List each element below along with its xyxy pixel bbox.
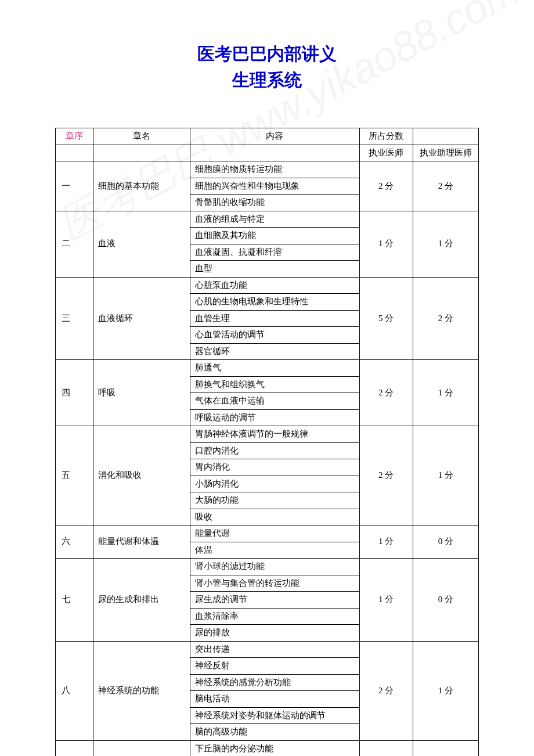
header-seq: 章序 <box>56 128 93 145</box>
score-assistant: 1 分 <box>413 641 478 740</box>
chapter-seq: 八 <box>56 641 93 740</box>
score-physician: 1 分 <box>359 525 413 559</box>
table-row: 三血液循环心脏泵血功能5 分2 分 <box>56 277 479 294</box>
score-physician: 2 分 <box>359 641 413 740</box>
content-item: 血型 <box>190 261 360 278</box>
content-item: 血细胞及其功能 <box>190 228 360 244</box>
content-item: 肺通气 <box>190 360 360 377</box>
content-item: 神经系统对姿势和躯体运动的调节 <box>190 707 360 724</box>
content-item: 肾小管与集合管的转运功能 <box>190 575 360 592</box>
header-content: 内容 <box>190 128 360 145</box>
content-item: 肾小球的滤过功能 <box>190 559 360 575</box>
content-item: 血液凝固、抗凝和纤溶 <box>190 244 360 261</box>
page-title-block: 医考巴巴内部讲义 生理系统 <box>55 41 479 93</box>
score-assistant: 1 分 <box>413 360 478 426</box>
score-physician: 2 分 <box>359 360 413 426</box>
content-item: 器官循环 <box>190 343 360 360</box>
score-physician: 2 分 <box>359 161 413 211</box>
header-score: 所占分数 <box>359 128 413 145</box>
title-line-1: 医考巴巴内部讲义 <box>55 41 479 67</box>
chapter-name: 血液 <box>93 211 190 277</box>
score-assistant: 1 分 <box>413 740 478 756</box>
table-row: 一细胞的基本功能细胞膜的物质转运功能2 分2 分 <box>56 161 479 178</box>
content-item: 脑电活动 <box>190 691 360 708</box>
content-item: 血浆清除率 <box>190 608 360 625</box>
content-item: 血液的组成与特定 <box>190 211 360 228</box>
score-assistant: 1 分 <box>413 426 478 525</box>
chapter-name: 细胞的基本功能 <box>93 161 190 211</box>
content-item: 细胞膜的物质转运功能 <box>190 161 360 178</box>
content-item: 胃肠神经体液调节的一般规律 <box>190 426 360 443</box>
table-row: 六能量代谢和体温能量代谢1 分0 分 <box>56 525 479 542</box>
table-header-row: 章序 章名 内容 所占分数 <box>56 128 479 145</box>
table-row: 五消化和吸收胃肠神经体液调节的一般规律2 分1 分 <box>56 426 479 443</box>
content-item: 吸收 <box>190 509 360 525</box>
content-item: 细胞的兴奋性和生物电现象 <box>190 178 360 195</box>
chapter-name: 消化和吸收 <box>93 426 190 525</box>
header-name: 章名 <box>93 128 190 145</box>
chapter-name: 尿的生成和排出 <box>93 559 190 642</box>
chapter-name: 能量代谢和体温 <box>93 525 190 559</box>
chapter-name: 呼吸 <box>93 360 190 426</box>
content-item: 呼吸运动的调节 <box>190 409 360 426</box>
content-item: 突出传递 <box>190 641 360 658</box>
chapter-seq: 三 <box>56 277 93 360</box>
table-subheader-row: 执业医师 执业助理医师 <box>56 145 479 161</box>
content-item: 口腔内消化 <box>190 442 360 459</box>
score-assistant: 0 分 <box>413 559 478 642</box>
content-item: 脑的高级功能 <box>190 724 360 741</box>
chapter-seq: 六 <box>56 525 93 559</box>
content-item: 神经系统的感觉分析功能 <box>190 674 360 691</box>
content-item: 气体在血液中运输 <box>190 393 360 410</box>
chapter-name: 神经系统的功能 <box>93 641 190 740</box>
content-item: 胃内消化 <box>190 459 360 476</box>
chapter-name: 血液循环 <box>93 277 190 360</box>
score-assistant: 2 分 <box>413 277 478 360</box>
content-item: 大肠的功能 <box>190 492 360 509</box>
content-item: 骨骼肌的收缩功能 <box>190 195 360 211</box>
table-row: 四呼吸肺通气2 分1 分 <box>56 360 479 377</box>
table-row: 二血液血液的组成与特定1 分1 分 <box>56 211 479 228</box>
content-item: 血管生理 <box>190 310 360 327</box>
score-physician: 1 分 <box>359 559 413 642</box>
table-row: 九内分泌下丘脑的内分泌功能1 分1 分 <box>56 740 479 756</box>
content-item: 心血管活动的调节 <box>190 327 360 344</box>
subheader-blank-1 <box>56 145 93 161</box>
content-item: 小肠内消化 <box>190 476 360 492</box>
chapter-seq: 五 <box>56 426 93 525</box>
score-physician: 2 分 <box>359 426 413 525</box>
score-assistant: 1 分 <box>413 211 478 277</box>
chapter-seq: 九 <box>56 740 93 756</box>
score-physician: 5 分 <box>359 277 413 360</box>
content-item: 心脏泵血功能 <box>190 277 360 294</box>
content-item: 心肌的生物电现象和生理特性 <box>190 294 360 311</box>
score-physician: 1 分 <box>359 740 413 756</box>
content-item: 神经反射 <box>190 658 360 675</box>
chapter-seq: 四 <box>56 360 93 426</box>
content-item: 尿生成的调节 <box>190 592 360 609</box>
subheader-blank-3 <box>190 145 360 161</box>
content-item: 尿的排放 <box>190 625 360 642</box>
table-row: 七尿的生成和排出肾小球的滤过功能1 分0 分 <box>56 559 479 575</box>
title-line-2: 生理系统 <box>55 67 479 93</box>
score-physician: 1 分 <box>359 211 413 277</box>
chapter-name: 内分泌 <box>93 740 190 756</box>
content-item: 体温 <box>190 542 360 559</box>
content-item: 下丘脑的内分泌功能 <box>190 740 360 756</box>
chapter-seq: 二 <box>56 211 93 277</box>
chapter-table: 章序 章名 内容 所占分数 执业医师 执业助理医师 一细胞的基本功能细胞膜的物质… <box>55 128 479 756</box>
content-item: 能量代谢 <box>190 525 360 542</box>
table-body: 一细胞的基本功能细胞膜的物质转运功能2 分2 分细胞的兴奋性和生物电现象骨骼肌的… <box>56 161 479 757</box>
score-assistant: 2 分 <box>413 161 478 211</box>
content-item: 肺换气和组织换气 <box>190 376 360 393</box>
subheader-score1: 执业医师 <box>359 145 413 161</box>
subheader-blank-2 <box>93 145 190 161</box>
table-row: 八神经系统的功能突出传递2 分1 分 <box>56 641 479 658</box>
score-assistant: 0 分 <box>413 525 478 559</box>
subheader-score2: 执业助理医师 <box>413 145 478 161</box>
chapter-seq: 一 <box>56 161 93 211</box>
header-blank <box>413 128 478 145</box>
chapter-seq: 七 <box>56 559 93 642</box>
